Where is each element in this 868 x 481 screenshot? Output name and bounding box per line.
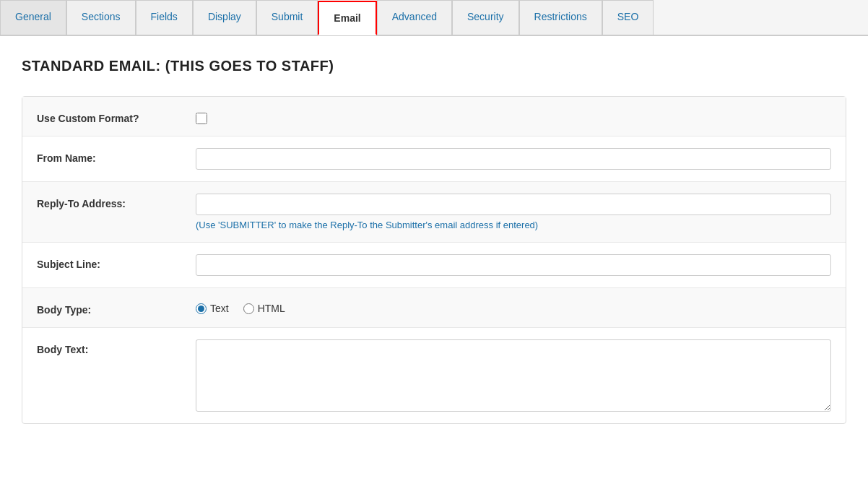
body-type-text-option-label: Text	[210, 303, 229, 314]
page-content: STANDARD EMAIL: (THIS GOES TO STAFF) Use…	[0, 36, 868, 438]
body-type-control: Text HTML	[196, 300, 831, 314]
use-custom-format-label: Use Custom Format?	[37, 108, 196, 124]
body-text-row: Body Text:	[22, 328, 846, 423]
use-custom-format-control	[196, 108, 831, 124]
reply-to-label: Reply-To Address:	[37, 194, 196, 209]
reply-to-control: (Use 'SUBMITTER' to make the Reply-To th…	[196, 194, 831, 230]
subject-line-label: Subject Line:	[37, 254, 196, 270]
tab-security[interactable]: Security	[452, 0, 519, 35]
body-type-html-option-label: HTML	[258, 303, 285, 314]
body-text-label: Body Text:	[37, 339, 196, 355]
tab-general[interactable]: General	[0, 0, 66, 35]
from-name-label: From Name:	[37, 148, 196, 164]
from-name-row: From Name:	[22, 136, 846, 182]
tab-advanced[interactable]: Advanced	[377, 0, 452, 35]
body-type-label: Body Type:	[37, 300, 196, 316]
body-type-text-label[interactable]: Text	[196, 303, 229, 314]
tab-sections[interactable]: Sections	[66, 0, 136, 35]
body-text-control	[196, 339, 831, 412]
form-card: Use Custom Format? From Name: Reply-To A…	[22, 96, 846, 424]
subject-line-control	[196, 254, 831, 276]
body-type-radio-group: Text HTML	[196, 300, 831, 314]
subject-line-row: Subject Line:	[22, 243, 846, 288]
use-custom-format-row: Use Custom Format?	[22, 97, 846, 136]
body-text-textarea[interactable]	[196, 339, 831, 412]
body-type-row: Body Type: Text HTML	[22, 288, 846, 328]
reply-to-row: Reply-To Address: (Use 'SUBMITTER' to ma…	[22, 182, 846, 243]
tab-bar: General Sections Fields Display Submit E…	[0, 0, 868, 36]
body-type-html-radio[interactable]	[243, 303, 254, 314]
tab-email[interactable]: Email	[318, 1, 376, 35]
page-title: STANDARD EMAIL: (THIS GOES TO STAFF)	[22, 58, 846, 74]
body-type-text-radio[interactable]	[196, 303, 207, 314]
body-type-html-label[interactable]: HTML	[243, 303, 285, 314]
tab-display[interactable]: Display	[193, 0, 256, 35]
tab-seo[interactable]: SEO	[602, 0, 654, 35]
from-name-input[interactable]	[196, 148, 831, 170]
reply-to-input[interactable]	[196, 194, 831, 215]
tab-restrictions[interactable]: Restrictions	[519, 0, 602, 35]
from-name-control	[196, 148, 831, 170]
use-custom-format-checkbox[interactable]	[196, 113, 207, 124]
tab-fields[interactable]: Fields	[136, 0, 193, 35]
tab-submit[interactable]: Submit	[256, 0, 318, 35]
subject-line-input[interactable]	[196, 254, 831, 276]
reply-to-hint: (Use 'SUBMITTER' to make the Reply-To th…	[196, 220, 831, 230]
